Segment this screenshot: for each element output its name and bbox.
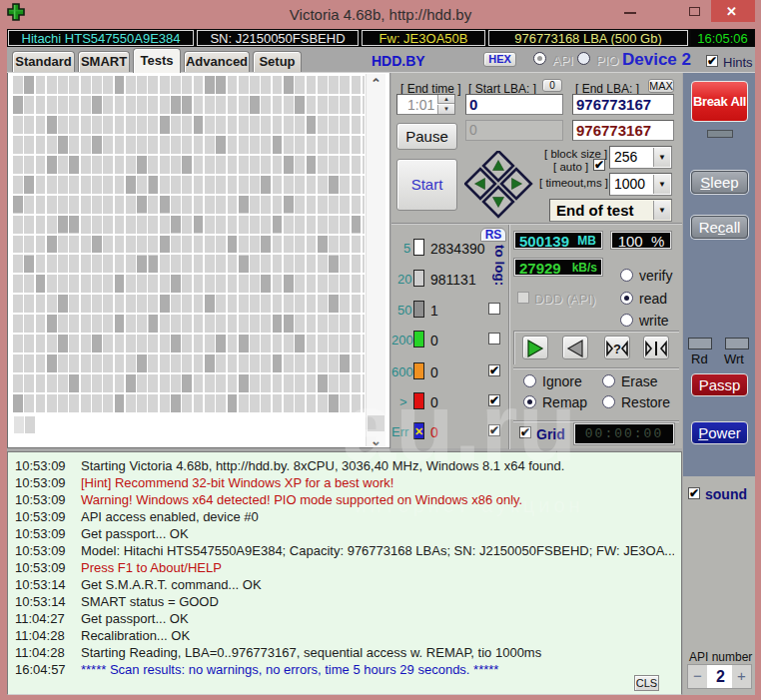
svg-text:?: ? xyxy=(613,342,621,356)
